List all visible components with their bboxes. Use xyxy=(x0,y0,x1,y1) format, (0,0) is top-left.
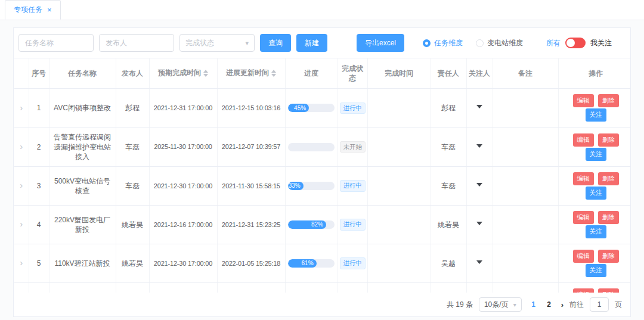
row-index: 4 xyxy=(29,205,49,244)
task-name-cell: 500kV变电站信号核查 xyxy=(49,166,116,205)
edit-button[interactable]: 编辑 xyxy=(573,211,594,224)
progress-bar: 45% xyxy=(288,104,335,112)
follower-dropdown-icon[interactable] xyxy=(476,222,482,228)
follow-button[interactable]: 关注 xyxy=(586,148,606,161)
page-size-select[interactable]: 10条/页 ▾ xyxy=(479,297,522,312)
progress-bar-fill: 45% xyxy=(288,104,309,112)
expand-row-icon[interactable]: › xyxy=(20,258,23,267)
progress-bar-fill: 33% xyxy=(288,182,304,190)
row-index: 5 xyxy=(29,244,49,282)
goto-label: 前往 xyxy=(569,300,584,310)
publisher-cell: 姚若昊 xyxy=(116,282,149,293)
expand-row-icon[interactable]: › xyxy=(20,103,23,112)
delete-button[interactable]: 删除 xyxy=(598,94,619,107)
table-row: › 5 110kV碧江站新投 姚若昊 2021-12-30 17:00:00 2… xyxy=(14,244,630,282)
col-updated-time: 进展更新时间 xyxy=(217,58,285,89)
remark-cell xyxy=(493,89,558,128)
publisher-input[interactable] xyxy=(99,34,174,52)
edit-button[interactable]: 编辑 xyxy=(573,94,594,107)
row-index: 2 xyxy=(29,128,49,167)
row-index: 1 xyxy=(29,89,49,128)
sort-expected-icon[interactable] xyxy=(203,67,208,79)
my-follow-label: 我关注 xyxy=(590,38,612,48)
toggle-knob xyxy=(566,39,575,47)
task-name-input[interactable] xyxy=(18,34,94,52)
radio-station-dimension[interactable]: 变电站维度 xyxy=(476,38,523,48)
updated-time-cell: 2022-01-05 14:40:22 xyxy=(217,282,285,293)
table-row: › 6 220kV钱树站新投 姚若昊 2021-12-30 17:00:00 2… xyxy=(14,282,630,293)
edit-button[interactable]: 编辑 xyxy=(573,250,594,263)
follow-switch-group: 所有 我关注 xyxy=(546,38,612,48)
page-number[interactable]: 2 xyxy=(543,300,555,309)
next-page-icon[interactable]: › xyxy=(561,300,564,309)
status-badge: 进行中 xyxy=(340,219,366,231)
tab-label: 专项任务 xyxy=(14,5,42,15)
follower-dropdown-icon[interactable] xyxy=(476,105,482,111)
col-publisher: 发布人 xyxy=(116,58,149,89)
owner-cell: 姚若昊 xyxy=(431,205,466,244)
delete-button[interactable]: 删除 xyxy=(598,288,619,293)
finish-time-cell xyxy=(367,166,431,205)
publisher-cell: 车磊 xyxy=(116,166,149,205)
edit-button[interactable]: 编辑 xyxy=(573,133,594,147)
task-name-cell: 告警直传远程调阅遗漏指维护变电站接入 xyxy=(49,128,116,167)
col-finish-time: 完成时间 xyxy=(367,58,431,89)
expected-time-cell: 2021-12-31 17:00:00 xyxy=(149,89,217,128)
status-badge: 进行中 xyxy=(340,102,366,114)
follower-dropdown-icon[interactable] xyxy=(476,183,482,189)
progress-bar-fill: 61% xyxy=(288,259,317,268)
table-row: › 1 AVC闭锁事项整改 彭程 2021-12-31 17:00:00 202… xyxy=(14,89,630,128)
col-num: 序号 xyxy=(29,58,49,89)
remark-cell xyxy=(493,282,558,293)
publisher-cell: 姚若昊 xyxy=(116,205,149,244)
follower-dropdown-icon[interactable] xyxy=(476,144,482,151)
follow-button[interactable]: 关注 xyxy=(586,187,606,200)
delete-button[interactable]: 删除 xyxy=(598,133,619,147)
follower-dropdown-icon[interactable] xyxy=(476,260,482,267)
main-panel: 完成状态 ▾ 查询 新建 导出excel 任务维度 变电站维度 所有 我关注 xyxy=(13,27,631,317)
finish-time-cell xyxy=(367,89,431,128)
radio-task-dimension[interactable]: 任务维度 xyxy=(423,38,463,48)
chevron-down-icon: ▾ xyxy=(513,302,516,308)
delete-button[interactable]: 删除 xyxy=(598,211,619,224)
page-number[interactable]: 1 xyxy=(528,300,540,309)
expected-time-cell: 2021-12-30 17:00:00 xyxy=(149,282,217,293)
create-button[interactable]: 新建 xyxy=(296,34,327,52)
row-index: 6 xyxy=(29,282,49,293)
remark-cell xyxy=(493,128,558,167)
delete-button[interactable]: 删除 xyxy=(598,250,619,263)
export-excel-button[interactable]: 导出excel xyxy=(357,34,404,52)
follow-button[interactable]: 关注 xyxy=(586,225,606,238)
updated-time-cell: 2021-12-31 15:23:25 xyxy=(217,205,285,244)
task-table: 序号 任务名称 发布人 预期完成时间 进展更新时间 进度 完成状态 完成时间 责… xyxy=(14,58,630,293)
close-tab-icon[interactable]: × xyxy=(47,6,52,14)
follow-button[interactable]: 关注 xyxy=(586,264,606,277)
page-unit-label: 页 xyxy=(615,300,622,310)
task-name-cell: 110kV碧江站新投 xyxy=(49,244,116,282)
expand-row-icon[interactable]: › xyxy=(20,219,23,228)
edit-button[interactable]: 编辑 xyxy=(573,288,594,293)
expand-row-icon[interactable]: › xyxy=(20,142,23,151)
status-select[interactable]: 完成状态 ▾ xyxy=(179,34,255,52)
sort-updated-icon[interactable] xyxy=(271,67,276,79)
row-index: 3 xyxy=(29,166,49,205)
tab-special-tasks[interactable]: 专项任务 × xyxy=(5,0,61,20)
finish-time-cell xyxy=(367,244,431,282)
follow-toggle[interactable] xyxy=(565,38,586,48)
delete-button[interactable]: 删除 xyxy=(598,172,619,185)
remark-cell xyxy=(493,205,558,244)
follow-button[interactable]: 关注 xyxy=(586,108,606,122)
edit-button[interactable]: 编辑 xyxy=(573,172,594,185)
status-badge: 未开始 xyxy=(340,141,366,153)
radio-checked-icon xyxy=(423,39,431,47)
table-body: › 1 AVC闭锁事项整改 彭程 2021-12-31 17:00:00 202… xyxy=(14,89,630,293)
expand-row-icon[interactable]: › xyxy=(20,181,23,189)
status-select-placeholder: 完成状态 xyxy=(185,38,214,48)
pagination-bar: 共 19 条 10条/页 ▾ 12 › 前往 页 xyxy=(14,293,630,316)
expected-time-cell: 2021-12-16 17:00:00 xyxy=(149,205,217,244)
owner-cell: 彭修亚 xyxy=(431,282,466,293)
col-status: 完成状态 xyxy=(338,58,367,89)
tab-bar: 专项任务 × xyxy=(0,0,644,20)
query-button[interactable]: 查询 xyxy=(260,34,291,52)
goto-page-input[interactable] xyxy=(590,297,609,312)
